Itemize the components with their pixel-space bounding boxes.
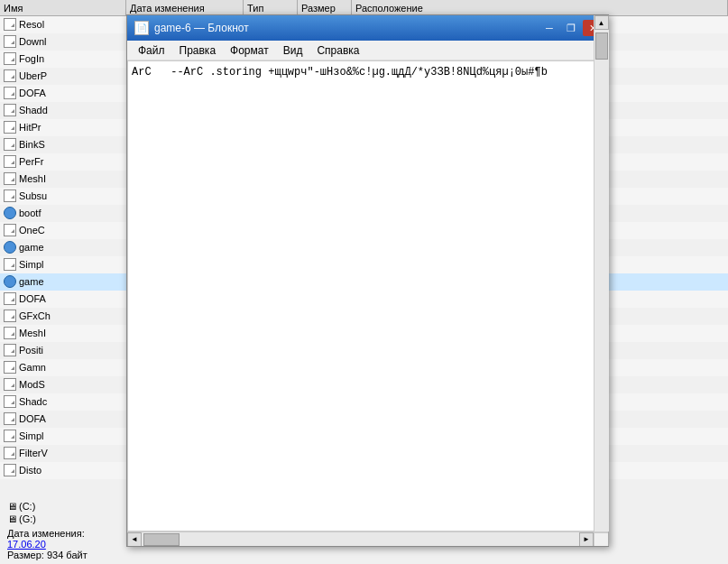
row-name: DOFA <box>4 87 130 99</box>
col-date: Дата изменения <box>126 0 244 15</box>
drive-c-text: (C:) <box>19 501 35 512</box>
restore-button[interactable]: ❐ <box>561 20 581 36</box>
row-name: Simpl <box>4 258 130 271</box>
menu-view[interactable]: Вид <box>276 42 310 59</box>
row-name: Disto <box>4 464 130 476</box>
file-icon <box>4 327 16 339</box>
file-icon <box>4 344 16 356</box>
file-icon <box>4 464 16 476</box>
scroll-track-h[interactable] <box>142 532 579 547</box>
file-icon <box>4 207 16 219</box>
file-icon <box>4 18 16 31</box>
file-icon <box>4 275 16 288</box>
row-name: PerFr <box>4 155 130 168</box>
drive-c-icon: 🖥 <box>7 501 17 512</box>
file-icon <box>4 52 16 65</box>
file-icon <box>4 224 16 236</box>
file-icon <box>4 412 16 425</box>
status-size: Размер: 934 байт <box>7 550 124 560</box>
file-icon <box>4 121 16 134</box>
file-icon <box>4 378 16 391</box>
file-icon <box>4 292 16 305</box>
row-name: FilterV <box>4 447 130 459</box>
drive-c-label: 🖥 (C:) <box>7 501 124 512</box>
file-icon <box>4 155 16 168</box>
file-icon <box>4 138 16 151</box>
row-name: Positi <box>4 344 130 356</box>
row-name: game <box>4 275 130 288</box>
title-bar-left: 📄 game-6 — Блокнот <box>134 21 249 35</box>
row-name: Subsu <box>4 190 130 202</box>
window-title: game-6 — Блокнот <box>154 22 249 34</box>
horizontal-scrollbar[interactable]: ◄ ► <box>127 532 608 546</box>
drive-g-icon: 🖥 <box>7 513 17 524</box>
left-panel: 🖥 (C:) 🖥 (G:) Дата изменения: 17.06.20 Р… <box>0 497 131 564</box>
file-icon <box>4 361 16 374</box>
notepad-window: 📄 game-6 — Блокнот ─ ❐ ✕ Файл Правка Фор… <box>126 14 609 547</box>
file-icon <box>4 395 16 408</box>
row-name: Gamn <box>4 361 130 374</box>
date-value: 17.06.20 <box>7 539 46 550</box>
scroll-left-button[interactable]: ◄ <box>127 532 142 547</box>
file-icon <box>4 69 16 82</box>
file-icon <box>4 430 16 442</box>
file-icon <box>4 190 16 202</box>
file-icon <box>4 35 16 48</box>
row-name: Simpl <box>4 430 130 442</box>
row-name: UberP <box>4 69 130 82</box>
row-name: DOFA <box>4 412 130 425</box>
row-name: OneC <box>4 224 130 236</box>
row-name: Shadc <box>4 395 130 408</box>
row-name: MeshI <box>4 172 130 185</box>
col-name: Имя <box>0 0 126 15</box>
file-icon <box>4 87 16 99</box>
row-name: bootf <box>4 207 130 219</box>
menu-format[interactable]: Формат <box>223 42 276 59</box>
menu-bar: Файл Правка Формат Вид Справка <box>127 41 608 60</box>
file-icon <box>4 447 16 459</box>
status-date: Дата изменения: 17.06.20 <box>7 528 124 550</box>
file-icon <box>4 104 16 116</box>
row-name: DOFA <box>4 292 130 305</box>
menu-edit[interactable]: Правка <box>172 42 224 59</box>
menu-help[interactable]: Справка <box>309 42 366 59</box>
row-name: Resol <box>4 18 130 31</box>
row-name: Shadd <box>4 104 130 116</box>
resize-corner <box>594 532 608 547</box>
size-label: Размер: 934 байт <box>7 550 88 560</box>
file-icon <box>4 241 16 254</box>
menu-file[interactable]: Файл <box>131 42 172 59</box>
title-bar: 📄 game-6 — Блокнот ─ ❐ ✕ <box>127 15 608 41</box>
text-content: ArC --ArC .storing +щцwpч"-шНзо&%с!µg.щд… <box>132 65 604 80</box>
row-name: Downl <box>4 35 130 48</box>
vertical-scrollbar[interactable]: ▲ ▼ <box>594 60 608 532</box>
row-name: HitPr <box>4 121 130 134</box>
file-icon <box>4 258 16 271</box>
drive-g-label: 🖥 (G:) <box>7 513 124 524</box>
row-name: FogIn <box>4 52 130 65</box>
row-name: ModS <box>4 378 130 391</box>
col-loc: Расположение <box>352 0 728 15</box>
date-label: Дата изменения: <box>7 528 85 539</box>
row-name: GFxCh <box>4 310 130 322</box>
drive-g-text: (G:) <box>19 513 36 524</box>
row-name: MeshI <box>4 327 130 339</box>
row-name: game <box>4 241 130 254</box>
notepad-app-icon: 📄 <box>134 21 149 35</box>
scroll-thumb-h[interactable] <box>143 533 180 546</box>
file-icon <box>4 310 16 322</box>
col-size: Размер <box>298 0 352 15</box>
row-name: BinkS <box>4 138 130 151</box>
scroll-track-v[interactable] <box>594 60 609 532</box>
col-type: Тип <box>244 0 298 15</box>
text-area[interactable]: ArC --ArC .storing +щцwpч"-шНзо&%с!µg.щд… <box>127 60 608 532</box>
scroll-right-button[interactable]: ► <box>579 532 594 547</box>
file-icon <box>4 172 16 185</box>
minimize-button[interactable]: ─ <box>539 20 559 36</box>
